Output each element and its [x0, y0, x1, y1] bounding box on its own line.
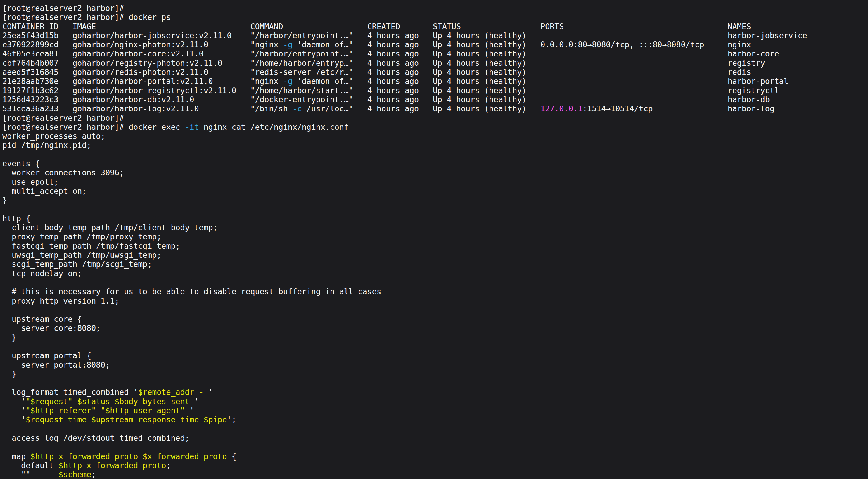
docker-ps-cell-command: "nginx -g 'daemon of…"	[250, 76, 367, 86]
conf-line: http {	[2, 214, 868, 223]
shell-command-docker-ps: [root@realserver2 harbor]# docker ps	[2, 12, 868, 22]
terminal-text-segment: }	[2, 370, 17, 379]
terminal-text-segment: upstream portal {	[2, 351, 91, 360]
docker-ps-cell-ports	[540, 59, 727, 67]
terminal-text-segment: server core:8080;	[2, 323, 100, 332]
docker-ps-cell-container-id: 46f05e3cea81	[2, 49, 72, 58]
docker-ps-header-ports: PORTS	[540, 22, 727, 31]
conf-line: events {	[2, 159, 868, 168]
terminal-text-segment: log_format timed_combined '	[2, 387, 138, 396]
conf-line: multi_accept on;	[2, 187, 868, 195]
docker-ps-cell-ports	[540, 76, 727, 86]
conf-line: pid /tmp/nginx.pid;	[2, 140, 868, 150]
terminal-text-segment: "nginx	[250, 76, 283, 86]
terminal-text-segment: [root@realserver2 harbor]# docker ps	[2, 12, 171, 22]
docker-ps-cell-command: "/harbor/entrypoint.…"	[250, 31, 367, 40]
docker-ps-cell-ports	[540, 67, 727, 76]
terminal-text-segment: $http_x_forwarded_proto	[58, 461, 166, 470]
terminal-text-segment: server portal:8080;	[2, 360, 110, 370]
terminal-text-segment: use epoll;	[2, 178, 58, 187]
terminal-text-segment: "/harbor/entrypoint.…"	[250, 31, 353, 40]
terminal-text-segment: /usr/loc…"	[302, 104, 353, 113]
conf-line: default $http_x_forwarded_proto;	[2, 461, 868, 470]
docker-ps-cell-container-id: 1256d43223c3	[2, 95, 72, 104]
terminal-text-segment: {	[227, 452, 237, 461]
docker-ps-header-names: NAMES	[728, 22, 868, 31]
terminal-text-segment: '	[2, 406, 26, 415]
conf-line: client_body_temp_path /tmp/client_body_t…	[2, 223, 868, 232]
docker-ps-cell-names: registry	[728, 59, 868, 67]
docker-ps-cell-created: 4 hours ago	[367, 49, 433, 58]
docker-ps-header-command: COMMAND	[250, 22, 367, 31]
terminal-text-segment: http {	[2, 214, 30, 223]
docker-ps-cell-command: "/home/harbor/start.…"	[250, 86, 367, 95]
docker-ps-cell-ports: 127.0.0.1:1514→10514/tcp	[540, 104, 727, 113]
terminal-pre-table-lines: [root@realserver2 harbor]#[root@realserv…	[2, 3, 868, 22]
blank-line	[2, 424, 868, 434]
docker-ps-cell-created: 4 hours ago	[367, 104, 433, 113]
docker-ps-cell-container-id: e370922899cd	[2, 40, 72, 49]
blank-line	[2, 205, 868, 214]
docker-ps-cell-status: Up 4 hours (healthy)	[433, 67, 540, 76]
blank-line	[2, 306, 868, 315]
docker-ps-cell-names: harbor-log	[728, 104, 868, 113]
docker-ps-cell-image: goharbor/harbor-db:v2.11.0	[72, 95, 250, 104]
docker-ps-cell-created: 4 hours ago	[367, 76, 433, 86]
terminal-text-segment: proxy_http_version 1.1;	[2, 296, 119, 306]
terminal-text-segment: -c	[292, 104, 302, 113]
docker-ps-cell-ports	[540, 95, 727, 104]
docker-ps-cell-names: registryctl	[728, 86, 868, 95]
docker-ps-cell-image: goharbor/registry-photon:v2.11.0	[72, 59, 250, 67]
terminal-text-segment: uwsgi_temp_path /tmp/uwsgi_temp;	[2, 251, 161, 259]
terminal-text-segment: ;	[91, 470, 96, 479]
docker-ps-header-created: CREATED	[367, 22, 433, 31]
docker-ps-cell-created: 4 hours ago	[367, 86, 433, 95]
terminal-text-segment: proxy_temp_path /tmp/proxy_temp;	[2, 232, 161, 241]
terminal-text-segment: '	[189, 406, 194, 415]
terminal-text-segment: "redis-server /etc/r…"	[250, 67, 353, 76]
terminal-text-segment: $scheme	[58, 470, 91, 479]
conf-line: fastcgi_temp_path /tmp/fastcgi_temp;	[2, 242, 868, 251]
docker-ps-cell-created: 4 hours ago	[367, 67, 433, 76]
docker-ps-cell-names: redis	[728, 67, 868, 76]
docker-ps-cell-status: Up 4 hours (healthy)	[433, 49, 540, 58]
blank-line	[2, 379, 868, 387]
docker-ps-cell-image: goharbor/harbor-core:v2.11.0	[72, 49, 250, 58]
docker-ps-cell-container-id: cbf764b4b007	[2, 59, 72, 67]
docker-ps-cell-status: Up 4 hours (healthy)	[433, 104, 540, 113]
terminal-text-segment: nginx cat /etc/nginx/nginx.conf	[199, 123, 348, 131]
terminal-text-segment: worker_processes auto;	[2, 131, 105, 140]
docker-ps-cell-status: Up 4 hours (healthy)	[433, 59, 540, 67]
shell-prompt: [root@realserver2 harbor]#	[2, 114, 868, 123]
docker-ps-cell-image: goharbor/harbor-portal:v2.11.0	[72, 76, 250, 86]
terminal-text-segment: ""	[2, 470, 58, 479]
docker-ps-cell-image: goharbor/harbor-registryctl:v2.11.0	[72, 86, 250, 95]
terminal-text-segment: events {	[2, 159, 40, 168]
terminal-text-segment: multi_accept on;	[2, 187, 87, 195]
docker-ps-cell-created: 4 hours ago	[367, 40, 433, 49]
docker-ps-cell-created: 4 hours ago	[367, 31, 433, 40]
conf-line: proxy_temp_path /tmp/proxy_temp;	[2, 232, 868, 241]
terminal-text-segment: :1514→10514/tcp	[583, 104, 653, 113]
docker-ps-header-image: IMAGE	[72, 22, 250, 31]
conf-comment-line: # this is necessary for us to be able to…	[2, 287, 868, 296]
terminal-text-segment: 'daemon of…"	[292, 76, 353, 86]
blank-line	[2, 150, 868, 159]
terminal-text-segment: '	[194, 397, 199, 406]
conf-line: proxy_http_version 1.1;	[2, 296, 868, 306]
terminal-text-segment: "$http_referer" "$http_user_agent"	[26, 406, 189, 415]
conf-line: server portal:8080;	[2, 360, 868, 370]
terminal-text-segment: "/harbor/entrypoint.…"	[250, 49, 353, 58]
docker-ps-cell-command: "/home/harbor/entryp…"	[250, 59, 367, 67]
terminal-text-segment: tcp_nodelay on;	[2, 269, 82, 278]
conf-line: '"$request" $status $body_bytes_sent '	[2, 397, 868, 406]
docker-ps-cell-command: "redis-server /etc/r…"	[250, 67, 367, 76]
terminal-text-segment: fastcgi_temp_path /tmp/fastcgi_temp;	[2, 242, 180, 251]
terminal-text-segment: "/home/harbor/entryp…"	[250, 59, 353, 67]
docker-ps-cell-ports	[540, 31, 727, 40]
docker-ps-cell-names: harbor-jobservice	[728, 31, 868, 40]
docker-ps-cell-container-id: 21e28aab730e	[2, 76, 72, 86]
docker-ps-cell-status: Up 4 hours (healthy)	[433, 86, 540, 95]
terminal-screen[interactable]: [root@realserver2 harbor]#[root@realserv…	[0, 0, 868, 479]
docker-ps-cell-status: Up 4 hours (healthy)	[433, 40, 540, 49]
